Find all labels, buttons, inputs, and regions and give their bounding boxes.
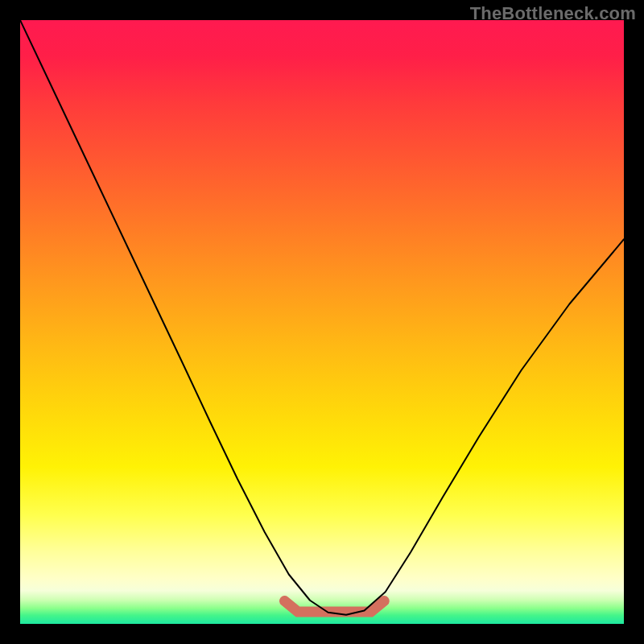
chart-frame: TheBottleneck.com — [0, 0, 644, 644]
watermark-text: TheBottleneck.com — [470, 3, 636, 24]
bottleneck-curve — [20, 20, 624, 615]
plot-overlay — [20, 20, 624, 624]
plot-area — [20, 20, 624, 624]
